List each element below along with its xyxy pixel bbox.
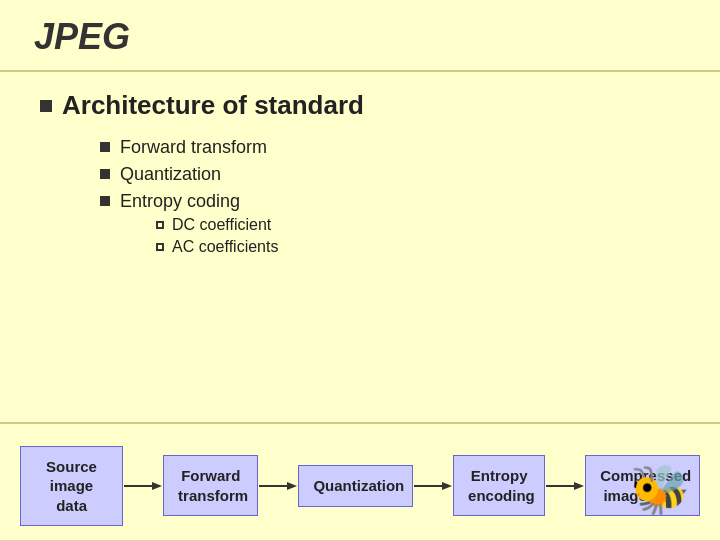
sub-sub-list: DC coefficient AC coefficients [120, 216, 278, 256]
title-box: JPEG [20, 10, 144, 64]
svg-marker-1 [152, 482, 162, 490]
flow-box-forward-transform: Forwardtransform [163, 455, 258, 516]
flow-arrow-4 [545, 476, 585, 496]
sub-sub-bullet-2 [156, 243, 164, 251]
section-title: Architecture of standard [62, 90, 364, 121]
flow-arrow-3 [413, 476, 453, 496]
main-bullet [40, 100, 52, 112]
sub-item-label-3: Entropy coding [120, 191, 240, 211]
flow-box-entropy-encoding: Entropyencoding [453, 455, 545, 516]
sub-bullet-2 [100, 169, 110, 179]
sub-bullet-1 [100, 142, 110, 152]
bottom-section: Sourceimage data Forwardtransform Quanti… [0, 422, 720, 541]
flow-box-source: Sourceimage data [20, 446, 123, 527]
list-item: Entropy coding DC coefficient AC coeffic… [100, 191, 680, 260]
flow-arrow-1 [123, 476, 163, 496]
svg-marker-7 [574, 482, 584, 490]
svg-marker-5 [442, 482, 452, 490]
sub-bullet-3 [100, 196, 110, 206]
list-item: AC coefficients [156, 238, 278, 256]
top-bar: JPEG [0, 0, 720, 64]
sub-sub-bullet-1 [156, 221, 164, 229]
bee-icon: 🐝 [630, 462, 690, 518]
sub-item-label-1: Forward transform [120, 137, 267, 158]
bee-mascot: 🐝 [620, 450, 700, 530]
list-item: Forward transform [100, 137, 680, 158]
list-item: DC coefficient [156, 216, 278, 234]
sub-sub-item-label-1: DC coefficient [172, 216, 271, 234]
flow-box-quantization: Quantization [298, 465, 413, 507]
flow-arrow-2 [258, 476, 298, 496]
list-item: Quantization [100, 164, 680, 185]
svg-marker-3 [287, 482, 297, 490]
flow-area: Sourceimage data Forwardtransform Quanti… [0, 424, 720, 541]
page-title: JPEG [34, 16, 130, 57]
sub-list: Forward transform Quantization Entropy c… [40, 137, 680, 260]
sub-item-label-2: Quantization [120, 164, 221, 185]
sub-sub-item-label-2: AC coefficients [172, 238, 278, 256]
section-heading: Architecture of standard [40, 90, 680, 121]
main-content: Architecture of standard Forward transfo… [0, 72, 720, 276]
